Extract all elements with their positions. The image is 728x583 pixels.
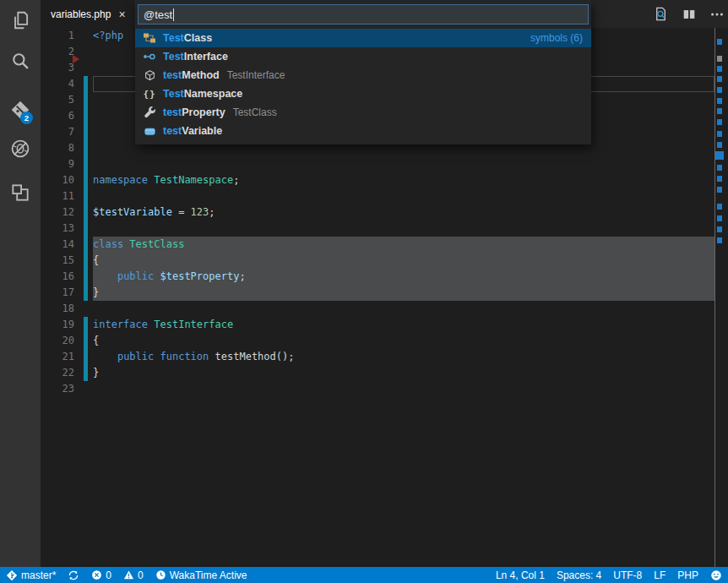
variable-icon [143,124,156,138]
git-branch-icon [6,569,18,581]
line-number: 17 [41,285,74,301]
code-line-14[interactable]: 14class TestClass [41,237,728,253]
git-modified-bar [84,92,88,108]
code-line-17[interactable]: 17} [41,285,728,301]
line-number: 15 [41,253,74,269]
code-line-16[interactable]: 16 public $testProperty; [41,269,728,285]
git-modified-bar [84,76,88,92]
line-number: 21 [41,349,74,365]
symbol-description: TestClass [233,106,277,118]
status-label: PHP [677,569,698,581]
line-number: 3 [41,60,74,76]
symbol-result-testMethod[interactable]: testMethodTestInterface [135,66,591,84]
status-label: UTF-8 [613,569,642,581]
line-number: 13 [41,221,74,237]
text-cursor [173,8,174,21]
close-icon[interactable]: × [118,8,125,20]
status-wakatime[interactable]: WakaTime Active [149,567,253,583]
line-number: 4 [41,76,74,92]
warning-icon [123,569,134,580]
symbol-description: TestInterface [227,69,285,81]
class-icon [143,31,156,45]
activity-item-extensions[interactable] [0,172,41,213]
extensions-icon [9,182,31,204]
status-encoding[interactable]: UTF-8 [607,567,648,583]
line-text: public $testProperty; [93,269,246,285]
git-modified-bar [84,333,88,349]
git-modified-bar [84,269,88,285]
git-modified-bar [84,204,88,221]
line-number: 2 [41,44,74,60]
code-line-18[interactable]: 18 [41,301,728,317]
line-number: 22 [41,365,74,381]
activity-item-search[interactable] [0,41,41,81]
code-line-20[interactable]: 20{ [41,333,728,349]
status-label: 0 [138,569,144,581]
activity-item-debug[interactable] [0,128,41,169]
line-number: 5 [41,92,74,108]
code-line-10[interactable]: 10namespace TestNamespace; [41,172,728,188]
tab-variables-php[interactable]: variables.php × [41,0,134,28]
symbol-result-TestNamespace[interactable]: {}TestNamespace [135,84,591,103]
line-number: 14 [41,237,74,253]
line-number: 11 [41,188,74,204]
line-number: 10 [41,172,74,188]
status-eol[interactable]: LF [648,567,671,583]
status-git-branch[interactable]: master* [0,567,62,583]
method-icon [143,68,156,82]
code-line-23[interactable]: 23 [41,381,728,397]
line-number: 6 [41,108,74,124]
status-errors[interactable]: 0 [85,567,117,583]
split-editor-icon[interactable] [682,7,697,22]
code-line-19[interactable]: 19interface TestInterface [41,317,728,333]
status-sync[interactable] [62,567,85,583]
symbol-result-testVariable[interactable]: testVariable [135,122,591,140]
activity-item-explorer[interactable] [0,0,41,41]
code-line-12[interactable]: 12$testVariable = 123; [41,204,728,221]
code-line-21[interactable]: 21 public function testMethod(); [41,349,728,365]
sync-icon [68,569,79,581]
git-modified-bar [84,349,88,365]
code-line-22[interactable]: 22} [41,365,728,381]
line-text: } [93,285,99,301]
quickopen-query-text: @test [144,8,172,21]
activity-item-source-control[interactable]: 2 [0,90,41,130]
code-line-9[interactable]: 9 [41,156,728,172]
line-text: $testVariable = 123; [93,204,215,221]
debug-icon [9,138,31,160]
status-feedback[interactable] [704,567,728,583]
symbol-result-testProperty[interactable]: testPropertyTestClass [135,103,591,122]
status-indentation[interactable]: Spaces: 4 [551,567,607,583]
status-warnings[interactable]: 0 [117,567,149,583]
quickopen-input[interactable]: @test [138,4,589,25]
git-modified-bar [84,317,88,333]
status-label: 0 [106,569,111,581]
line-number: 8 [41,140,74,156]
property-icon [143,106,156,119]
code-line-11[interactable]: 11 [41,188,728,204]
interface-icon [143,50,156,63]
symbol-result-TestClass[interactable]: TestClasssymbols (6) [135,29,591,47]
git-modified-bar [84,221,88,237]
line-text: class TestClass [93,237,184,253]
git-modified-bar [84,188,88,204]
search-file-icon[interactable] [653,6,669,22]
line-number: 23 [41,381,74,397]
line-number: 16 [41,269,74,285]
status-bar-left: master*00WakaTime Active [0,567,253,583]
line-number: 18 [41,301,74,317]
status-language-mode[interactable]: PHP [671,567,704,583]
code-line-13[interactable]: 13 [41,221,728,237]
vscode-window: 2 variables.php × 1<?php2345678910namesp… [0,0,728,583]
quickopen-results: TestClasssymbols (6)TestInterfacetestMet… [135,29,591,140]
activity-bar: 2 [0,0,41,567]
symbol-name: TestClass [163,32,212,44]
clock-icon [155,569,166,580]
line-text: namespace TestNamespace; [93,172,239,188]
ellipsis-icon[interactable] [709,7,725,22]
symbol-result-TestInterface[interactable]: TestInterface [135,47,591,66]
line-text: } [93,365,99,381]
code-line-15[interactable]: 15{ [41,253,728,269]
status-cursor-position[interactable]: Ln 4, Col 1 [490,567,551,583]
status-label: Spaces: 4 [557,569,601,581]
